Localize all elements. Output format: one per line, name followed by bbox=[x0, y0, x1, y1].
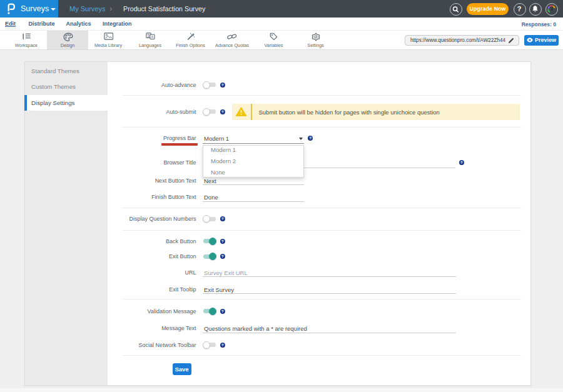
svg-text:A: A bbox=[151, 35, 153, 39]
